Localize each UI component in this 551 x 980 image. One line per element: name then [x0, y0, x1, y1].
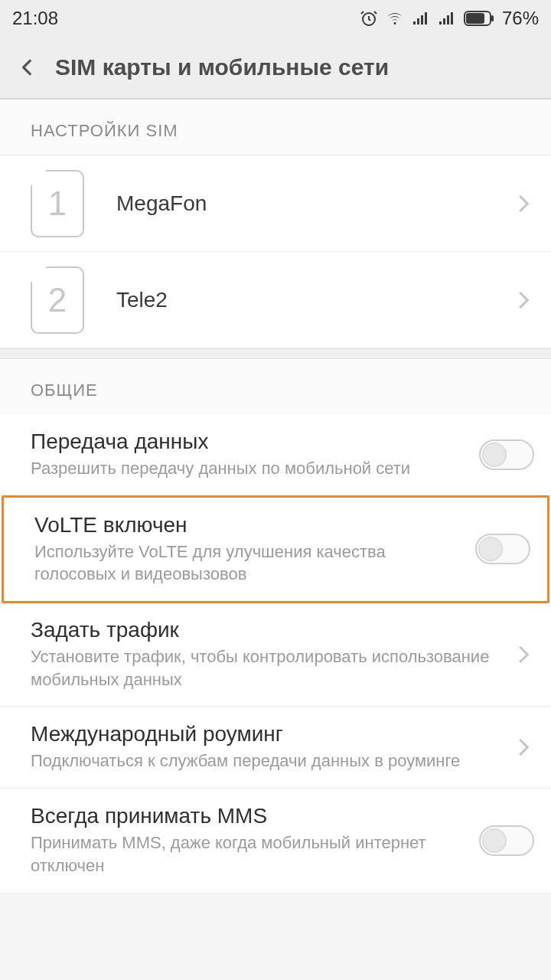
svg-rect-11	[491, 15, 494, 21]
svg-rect-3	[421, 15, 423, 24]
svg-rect-6	[443, 18, 445, 24]
battery-percent: 76%	[502, 8, 539, 29]
row-roaming[interactable]: Международный роуминг Подключаться к слу…	[0, 707, 551, 789]
row-subtitle: Подключаться к службам передачи данных в…	[31, 750, 502, 773]
toggle-volte[interactable]	[475, 534, 530, 564]
row-mms[interactable]: Всегда принимать MMS Принимать MMS, даже…	[0, 789, 551, 893]
sim-name: MegaFon	[116, 191, 511, 216]
section-header-general: ОБЩИЕ	[0, 359, 551, 414]
row-title: Международный роуминг	[31, 722, 502, 746]
svg-rect-1	[413, 21, 416, 24]
svg-rect-7	[447, 15, 449, 24]
svg-rect-8	[451, 12, 453, 24]
row-title: VoLTE включен	[34, 513, 466, 537]
row-subtitle: Используйте VoLTE для улучшения качества…	[34, 541, 466, 586]
sim-card-icon: 1	[31, 170, 84, 237]
row-traffic[interactable]: Задать трафик Установите трафик, чтобы к…	[0, 603, 551, 707]
signal-1-icon	[412, 9, 430, 28]
row-subtitle: Установите трафик, чтобы контролировать …	[31, 645, 502, 691]
sim-row-2[interactable]: 2 Tele2	[0, 252, 551, 348]
sim-card-icon: 2	[31, 266, 84, 334]
page-title: SIM карты и мобильные сети	[55, 54, 389, 80]
chevron-right-icon	[511, 736, 534, 759]
svg-rect-5	[439, 21, 442, 24]
svg-rect-4	[425, 12, 427, 24]
section-header-sim: НАСТРОЙКИ SIM	[0, 100, 551, 155]
toggle-mobile-data[interactable]	[479, 439, 534, 470]
row-volte[interactable]: VoLTE включен Используйте VoLTE для улуч…	[2, 495, 549, 603]
row-subtitle: Разрешить передачу данных по мобильной с…	[31, 457, 470, 480]
chevron-right-icon	[511, 192, 534, 215]
section-gap	[0, 348, 551, 359]
general-list: Передача данных Разрешить передачу данны…	[0, 414, 551, 893]
chevron-right-icon	[511, 289, 534, 312]
row-title: Передача данных	[31, 430, 470, 454]
battery-icon	[464, 11, 494, 26]
row-subtitle: Принимать MMS, даже когда мобильный инте…	[31, 831, 470, 877]
sim-list: 1 MegaFon 2 Tele2	[0, 155, 551, 348]
alarm-icon	[360, 9, 378, 28]
svg-rect-2	[417, 18, 419, 24]
sim-name: Tele2	[116, 288, 511, 312]
signal-2-icon	[438, 9, 456, 28]
back-button[interactable]	[12, 52, 43, 83]
chevron-right-icon	[511, 643, 534, 666]
row-title: Задать трафик	[31, 618, 502, 642]
status-time: 21:08	[12, 8, 58, 28]
toggle-mms[interactable]	[479, 825, 534, 856]
row-title: Всегда принимать MMS	[31, 804, 470, 828]
row-mobile-data[interactable]: Передача данных Разрешить передачу данны…	[0, 414, 551, 496]
sim-row-1[interactable]: 1 MegaFon	[0, 155, 551, 252]
svg-rect-10	[466, 13, 484, 24]
status-bar: 21:08 76%	[0, 0, 551, 37]
page-header: SIM карты и мобильные сети	[0, 37, 551, 100]
wifi-icon	[386, 9, 404, 28]
